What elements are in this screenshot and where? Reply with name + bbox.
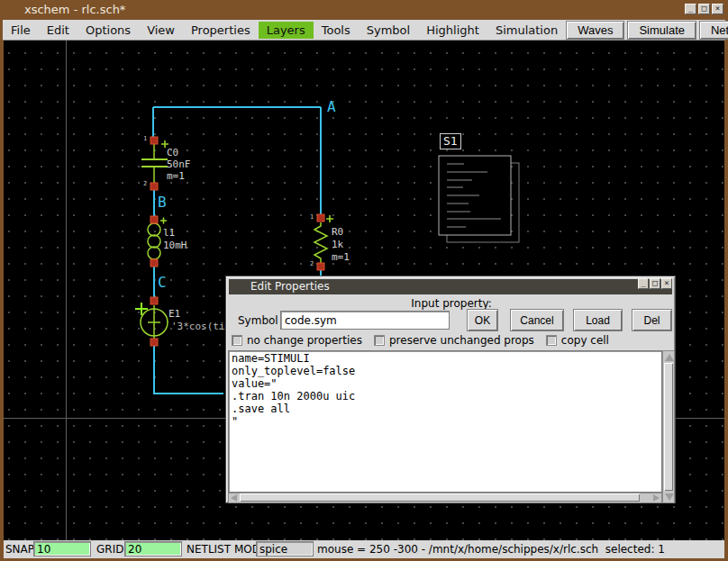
load-button[interactable]: Load: [573, 309, 623, 331]
capacitor-ref[interactable]: C0: [167, 147, 178, 158]
capacitor-mult[interactable]: m=1: [167, 170, 185, 182]
no-change-properties-label: no change properties: [247, 334, 362, 347]
close-icon[interactable]: ×: [712, 4, 723, 14]
schematic-canvas[interactable]: A B C C0 50nF m=1 l1 10mH E1 '3*cos(time…: [4, 41, 724, 540]
pin-number: 2: [143, 180, 147, 187]
netlist-mode-input[interactable]: [256, 541, 314, 556]
pin-number: 1: [143, 135, 147, 142]
menu-properties[interactable]: Properties: [183, 22, 259, 39]
pin-square[interactable]: [317, 214, 324, 222]
pin-number: 1: [310, 213, 314, 221]
preserve-unchanged-props-checkbox[interactable]: [374, 335, 385, 346]
waves-button[interactable]: Waves: [566, 21, 624, 40]
scroll-up-icon[interactable]: [665, 354, 674, 361]
menu-view[interactable]: View: [139, 22, 183, 39]
menu-options[interactable]: Options: [77, 22, 139, 39]
vertical-scrollbar[interactable]: [662, 350, 675, 503]
mouse-info-text: mouse = 250 -300 - /mnt/x/home/schippes/…: [317, 543, 665, 556]
source-symbol[interactable]: [135, 297, 168, 346]
dialog-title: Edit Properties: [250, 280, 330, 293]
menu-edit[interactable]: Edit: [39, 22, 77, 39]
pin-square[interactable]: [150, 339, 158, 346]
ok-button[interactable]: OK: [467, 309, 498, 331]
pin-square[interactable]: [150, 259, 158, 267]
input-property-label: Input property:: [226, 297, 677, 310]
symbol-label: Symbol: [238, 314, 278, 327]
menubar: File Edit Options View Properties Layers…: [3, 20, 725, 41]
plus-marker-icon: [326, 215, 333, 222]
dialog-maximize-icon[interactable]: □: [650, 278, 660, 289]
menu-highlight[interactable]: Highlight: [418, 22, 487, 39]
grid-label: GRID:: [96, 543, 127, 556]
pin-square[interactable]: [150, 297, 158, 304]
plus-marker-icon: [160, 218, 167, 224]
wire-source-to-bottom[interactable]: [154, 345, 223, 394]
pin-square[interactable]: [150, 137, 158, 144]
window-titlebar[interactable]: xschem - rlc.sch* _ □ ×: [0, 0, 728, 20]
edit-properties-dialog: Edit Properties _ □ × Input property: Sy…: [225, 276, 676, 503]
xschem-window: xschem - rlc.sch* _ □ × File Edit Option…: [0, 0, 728, 561]
vertical-scrollbar-thumb[interactable]: [664, 363, 673, 491]
maximize-icon[interactable]: □: [698, 4, 710, 14]
netlist-button[interactable]: Netlist: [699, 21, 728, 40]
inductor-ref[interactable]: l1: [163, 227, 175, 239]
pin-number: 2: [310, 260, 314, 267]
dialog-titlebar[interactable]: Edit Properties: [229, 279, 672, 294]
copy-cell-label: copy cell: [561, 334, 609, 347]
no-change-properties-checkbox[interactable]: [232, 335, 242, 346]
pin-square[interactable]: [317, 263, 324, 270]
resistor-value[interactable]: 1k: [332, 239, 343, 250]
menu-tools[interactable]: Tools: [314, 22, 359, 39]
dialog-minimize-icon[interactable]: _: [638, 278, 649, 289]
dialog-close-icon[interactable]: ×: [661, 278, 672, 289]
grid-input[interactable]: [124, 541, 182, 556]
scroll-down-icon[interactable]: [665, 493, 674, 501]
menu-file[interactable]: File: [3, 22, 39, 39]
source-ref[interactable]: E1: [168, 308, 180, 320]
simulate-button[interactable]: Simulate: [627, 21, 696, 40]
net-label-c[interactable]: C: [158, 274, 167, 291]
inductor-value[interactable]: 10mH: [163, 240, 187, 251]
code-block-ref[interactable]: S1: [440, 133, 461, 149]
resistor-ref[interactable]: R0: [332, 226, 343, 238]
menu-simulation[interactable]: Simulation: [487, 22, 566, 39]
del-button[interactable]: Del: [632, 309, 672, 331]
resistor-symbol[interactable]: [314, 214, 333, 270]
dialog-controls: _ □ ×: [638, 278, 672, 289]
symbol-input[interactable]: [280, 311, 450, 330]
copy-cell-checkbox[interactable]: [546, 335, 557, 346]
horizontal-scrollbar-thumb[interactable]: [240, 493, 640, 502]
capacitor-value[interactable]: 50nF: [167, 158, 191, 170]
pin-square[interactable]: [150, 183, 158, 190]
cancel-button[interactable]: Cancel: [510, 309, 564, 331]
window-controls: _ □ ×: [685, 4, 723, 14]
pin-square[interactable]: [150, 216, 158, 223]
scroll-right-icon[interactable]: [653, 494, 660, 502]
net-label-a[interactable]: A: [327, 98, 336, 115]
checkbox-row: no change properties preserve unchanged …: [232, 334, 621, 347]
window-title: xschem - rlc.sch*: [24, 3, 125, 16]
resistor-mult[interactable]: m=1: [332, 251, 350, 263]
scroll-left-icon[interactable]: [231, 494, 237, 502]
statusbar: SNAP: GRID: NETLIST MODE: mouse = 250 -3…: [4, 540, 724, 558]
horizontal-scrollbar[interactable]: [228, 493, 662, 503]
menu-symbol[interactable]: Symbol: [359, 22, 418, 39]
minimize-icon[interactable]: _: [685, 4, 696, 14]
polarity-plus-icon: [135, 303, 148, 315]
code-block-icon[interactable]: [439, 156, 519, 242]
properties-textarea[interactable]: name=STIMULI only_toplevel=false value="…: [228, 350, 662, 493]
menu-layers[interactable]: Layers: [259, 22, 314, 39]
preserve-unchanged-props-label: preserve unchanged props: [389, 334, 534, 347]
net-label-b[interactable]: B: [158, 194, 167, 211]
snap-input[interactable]: [33, 541, 91, 556]
